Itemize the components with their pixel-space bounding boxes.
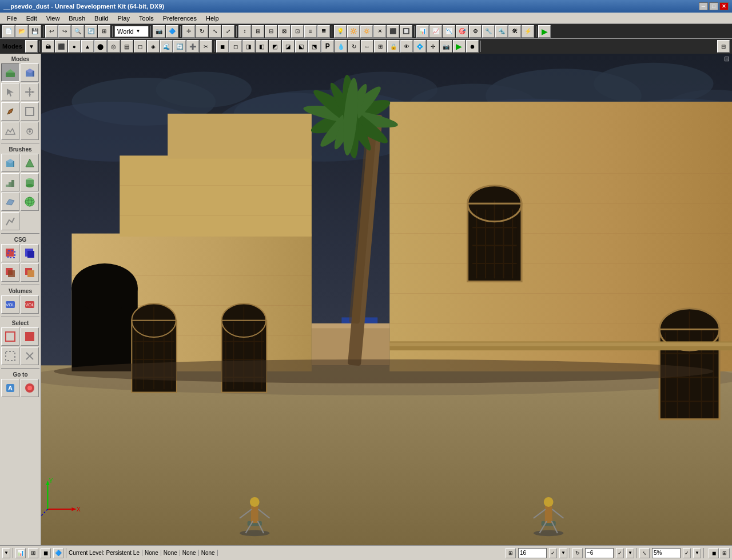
tb-stat3[interactable]: 📉 <box>443 25 455 38</box>
status-scale-icon[interactable]: ⤡ <box>639 548 650 558</box>
tb-stat8[interactable]: 🛠 <box>508 25 521 38</box>
tb-new[interactable]: 📄 <box>2 25 15 38</box>
tb2-rotate2[interactable]: ↻ <box>348 40 360 53</box>
tb-camera[interactable]: 📷 <box>153 25 165 38</box>
tb2-surface3[interactable]: ◨ <box>242 40 255 53</box>
tb2-spiral[interactable]: 🔄 <box>173 40 186 53</box>
mode-arrow-btn[interactable] <box>1 83 19 101</box>
tb-snap4[interactable]: ≡ <box>304 25 317 38</box>
status-scale-check[interactable]: ✓ <box>683 548 691 558</box>
status-scroll-down[interactable]: ▼ <box>2 548 10 558</box>
maximize-button[interactable]: □ <box>709 2 718 10</box>
tb-snap3[interactable]: ⊡ <box>291 25 304 38</box>
tb-stat2[interactable]: 📈 <box>429 25 442 38</box>
tb-rotate[interactable]: ↻ <box>196 25 208 38</box>
status-icon3[interactable]: ◼ <box>41 548 51 558</box>
status-snap-dropdown[interactable]: ~6 <box>585 548 614 558</box>
csg-add-btn[interactable] <box>1 244 19 262</box>
status-icon2[interactable]: ⊞ <box>28 548 38 558</box>
close-button[interactable]: ✕ <box>719 2 729 10</box>
viewport-maximize-btn[interactable]: ⊟ <box>724 55 730 63</box>
brush-cylinder-btn[interactable] <box>21 173 39 191</box>
menu-view[interactable]: View <box>42 14 65 23</box>
tb-move[interactable]: ✛ <box>182 25 195 38</box>
status-scale-down[interactable]: ▼ <box>693 548 701 558</box>
tb2-eye[interactable]: 👁 <box>400 40 413 53</box>
tb2-add[interactable]: ➕ <box>186 40 199 53</box>
status-grid-dropdown[interactable]: 16 <box>518 548 547 558</box>
tb-stat9[interactable]: ⚡ <box>522 25 534 38</box>
status-scale-dropdown[interactable]: 5% <box>652 548 681 558</box>
status-grid-down[interactable]: ▼ <box>559 548 567 558</box>
tb-rebuild[interactable]: 🔄 <box>85 25 97 38</box>
tb-snap5[interactable]: ≣ <box>317 25 330 38</box>
vol-sub-btn[interactable]: VOL <box>21 295 39 314</box>
mode-terrain-btn[interactable] <box>1 122 19 140</box>
brush-cube-btn[interactable] <box>1 154 19 172</box>
tb2-sphere[interactable]: ● <box>68 40 81 53</box>
tb2-surface8[interactable]: ⬔ <box>308 40 321 53</box>
tb2-surface7[interactable]: ⬕ <box>295 40 308 53</box>
csg-deintersect-btn[interactable] <box>21 263 39 282</box>
tb-light2[interactable]: 🔆 <box>347 25 360 38</box>
tb2-surface1[interactable]: ◼ <box>216 40 229 53</box>
tb2-letter-p[interactable]: P <box>321 40 334 53</box>
status-r1[interactable]: ◼ <box>709 548 719 558</box>
tb2-record[interactable]: ⏺ <box>466 40 479 53</box>
tb-modes-arrow[interactable]: ▼ <box>25 40 38 53</box>
mode-cube-btn[interactable] <box>21 63 39 82</box>
tb-light6[interactable]: 🔲 <box>400 25 412 38</box>
tb2-sheet[interactable]: ◻ <box>134 40 146 53</box>
minimize-button[interactable]: ─ <box>699 2 708 10</box>
menu-build[interactable]: Build <box>90 14 113 23</box>
menu-preferences[interactable]: Preferences <box>158 14 201 23</box>
tb2-cut[interactable]: ✂ <box>200 40 212 53</box>
tb2-fullscreen[interactable]: ⊟ <box>717 40 730 53</box>
tb-redo[interactable]: ↪ <box>58 25 71 38</box>
goto-actor-btn[interactable]: A <box>1 379 19 397</box>
tb-actor[interactable]: 🔷 <box>166 25 178 38</box>
menu-file[interactable]: File <box>2 14 22 23</box>
tb2-camera2[interactable]: 📷 <box>440 40 452 53</box>
tb2-surface2[interactable]: ◻ <box>229 40 242 53</box>
tb2-water[interactable]: 💧 <box>335 40 347 53</box>
tb2-play2[interactable]: ▶ <box>453 40 466 53</box>
tb2-mirror[interactable]: ⊞ <box>374 40 387 53</box>
tb2-terrain[interactable]: ◈ <box>147 40 160 53</box>
tb2-cone[interactable]: ▲ <box>81 40 94 53</box>
menu-edit[interactable]: Edit <box>22 14 42 23</box>
tb-light5[interactable]: ⬛ <box>387 25 399 38</box>
sel-lasso-btn[interactable] <box>1 347 19 365</box>
tb-translate[interactable]: ↕ <box>238 25 251 38</box>
tb2-surface4[interactable]: ◧ <box>256 40 268 53</box>
tb-play[interactable]: ▶ <box>538 25 551 38</box>
brush-cone-btn[interactable] <box>21 154 39 172</box>
tb-snap2[interactable]: ⊠ <box>278 25 291 38</box>
tb2-lock[interactable]: 🔒 <box>387 40 400 53</box>
csg-sub-btn[interactable] <box>21 244 39 262</box>
mode-landscape-btn[interactable] <box>1 63 19 82</box>
viewport[interactable]: X Y Z ⊟ <box>41 54 732 545</box>
mode-box-btn[interactable] <box>21 102 39 121</box>
goto-cam-btn[interactable] <box>21 379 39 397</box>
tb2-fluid[interactable]: 🌊 <box>160 40 173 53</box>
sel-surface-btn[interactable] <box>1 327 19 346</box>
mode-cross-btn[interactable] <box>21 83 39 101</box>
tb-light1[interactable]: 💡 <box>334 25 347 38</box>
world-dropdown[interactable]: World ▼ <box>114 26 149 37</box>
tb-scale2[interactable]: ⤢ <box>222 25 234 38</box>
tb2-move2[interactable]: ✛ <box>427 40 439 53</box>
tb2-surface5[interactable]: ◩ <box>269 40 281 53</box>
tb-stat4[interactable]: 🎯 <box>456 25 468 38</box>
tb-stat1[interactable]: 📊 <box>416 25 429 38</box>
tb2-landscape[interactable]: 🏔 <box>42 40 54 53</box>
tb-light3[interactable]: 🔅 <box>360 25 373 38</box>
tb-full[interactable]: ⊞ <box>98 25 110 38</box>
tb2-cube[interactable]: ⬛ <box>55 40 67 53</box>
tb-snap1[interactable]: ⊟ <box>265 25 277 38</box>
menu-play[interactable]: Play <box>113 14 134 23</box>
status-icon1[interactable]: 📊 <box>15 548 26 558</box>
tb-light4[interactable]: ☀ <box>373 25 386 38</box>
tb-scale[interactable]: ⤡ <box>209 25 221 38</box>
tb2-cyl[interactable]: ⬤ <box>94 40 107 53</box>
